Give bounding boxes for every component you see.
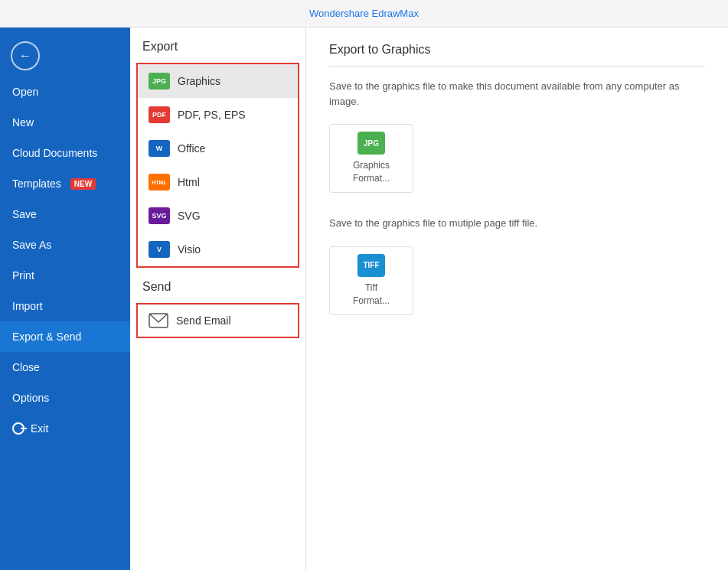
jpg-format-label1: Graphics: [353, 160, 390, 171]
tiff-format-label: Tiff Format...: [353, 282, 390, 308]
visio-icon-badge: V: [149, 241, 170, 258]
svg-label: SVG: [178, 210, 201, 222]
send-item-email[interactable]: Send Email: [138, 305, 298, 337]
sidebar-item-close[interactable]: Close: [0, 352, 130, 383]
sidebar-item-exit-label: Exit: [31, 422, 48, 435]
send-section: Send Send Email: [130, 280, 305, 338]
jpg-format-card[interactable]: JPG Graphics Format...: [329, 124, 413, 193]
graphics-icon-badge: JPG: [149, 73, 170, 90]
jpg-format-label2: Format...: [353, 173, 390, 184]
sidebar-item-cloud-documents[interactable]: Cloud Documents: [0, 138, 130, 168]
export-item-svg[interactable]: SVG SVG: [138, 199, 298, 233]
export-list: JPG Graphics PDF PDF, PS, EPS W Office H…: [136, 63, 299, 268]
sidebar-item-print[interactable]: Print: [0, 260, 130, 291]
pdf-label: PDF, PS, EPS: [178, 109, 246, 121]
sidebar-item-options[interactable]: Options: [0, 383, 130, 413]
sidebar: ← Open New Cloud Documents Templates NEW…: [0, 28, 130, 570]
send-email-label: Send Email: [176, 314, 231, 327]
tiff-format-card[interactable]: TIFF Tiff Format...: [329, 246, 413, 315]
sidebar-item-open[interactable]: Open: [0, 77, 130, 107]
svg-icon-badge: SVG: [149, 207, 170, 224]
office-label: Office: [178, 142, 205, 155]
app-header: Wondershare EdrawMax: [0, 0, 728, 28]
sidebar-item-save-as-label: Save As: [12, 239, 51, 251]
html-icon-badge: HTML: [149, 174, 170, 191]
send-section-title: Send: [130, 280, 305, 303]
sidebar-item-options-label: Options: [12, 392, 49, 404]
visio-label: Visio: [178, 243, 201, 256]
main-container: ← Open New Cloud Documents Templates NEW…: [0, 28, 728, 570]
sidebar-item-save-label: Save: [12, 208, 37, 220]
sidebar-item-templates[interactable]: Templates NEW: [0, 168, 130, 199]
sidebar-item-new[interactable]: New: [0, 107, 130, 138]
sidebar-item-cloud-label: Cloud Documents: [12, 147, 97, 159]
jpg-format-label: Graphics Format...: [353, 159, 390, 185]
tiff-format-label2: Format...: [353, 295, 390, 306]
content-area: Export JPG Graphics PDF PDF, PS, EPS W O…: [130, 28, 728, 570]
sidebar-item-save-as[interactable]: Save As: [0, 230, 130, 260]
format-cards-group1: JPG Graphics Format...: [329, 124, 705, 193]
sidebar-item-save[interactable]: Save: [0, 199, 130, 230]
sidebar-item-new-label: New: [12, 116, 34, 129]
right-panel-title: Export to Graphics: [329, 43, 705, 67]
sidebar-item-close-label: Close: [12, 361, 40, 373]
send-list: Send Email: [136, 303, 299, 338]
graphics-label: Graphics: [178, 75, 220, 87]
exit-icon: [12, 422, 24, 435]
back-button[interactable]: ←: [11, 41, 40, 70]
export-item-visio[interactable]: V Visio: [138, 233, 298, 266]
sidebar-item-export-send[interactable]: Export & Send: [0, 321, 130, 352]
office-icon-badge: W: [149, 140, 170, 157]
tiff-format-label1: Tiff: [365, 282, 377, 293]
right-panel: Export to Graphics Save to the graphics …: [306, 28, 728, 570]
export-section-title: Export: [130, 40, 305, 63]
app-title: Wondershare EdrawMax: [309, 8, 419, 19]
graphics-description: Save to the graphics file to make this d…: [329, 79, 705, 109]
sidebar-item-exit[interactable]: Exit: [0, 413, 130, 444]
email-icon: [149, 313, 168, 328]
new-badge: NEW: [70, 178, 96, 190]
export-item-pdf[interactable]: PDF PDF, PS, EPS: [138, 98, 298, 132]
sidebar-item-export-send-label: Export & Send: [12, 331, 81, 343]
export-item-graphics[interactable]: JPG Graphics: [138, 64, 298, 98]
sidebar-item-import-label: Import: [12, 300, 43, 312]
pdf-icon-badge: PDF: [149, 106, 170, 123]
sidebar-item-open-label: Open: [12, 86, 38, 98]
export-item-office[interactable]: W Office: [138, 132, 298, 165]
sidebar-item-import[interactable]: Import: [0, 291, 130, 321]
tiff-format-icon: TIFF: [357, 254, 385, 277]
export-item-html[interactable]: HTML Html: [138, 165, 298, 199]
sidebar-item-print-label: Print: [12, 269, 34, 282]
format-cards-group2: TIFF Tiff Format...: [329, 246, 705, 315]
tiff-description: Save to the graphics file to mutiple pag…: [329, 216, 705, 231]
html-label: Html: [178, 176, 200, 188]
middle-panel: Export JPG Graphics PDF PDF, PS, EPS W O…: [130, 28, 306, 570]
sidebar-item-templates-label: Templates: [12, 178, 61, 190]
jpg-format-icon: JPG: [357, 132, 385, 155]
